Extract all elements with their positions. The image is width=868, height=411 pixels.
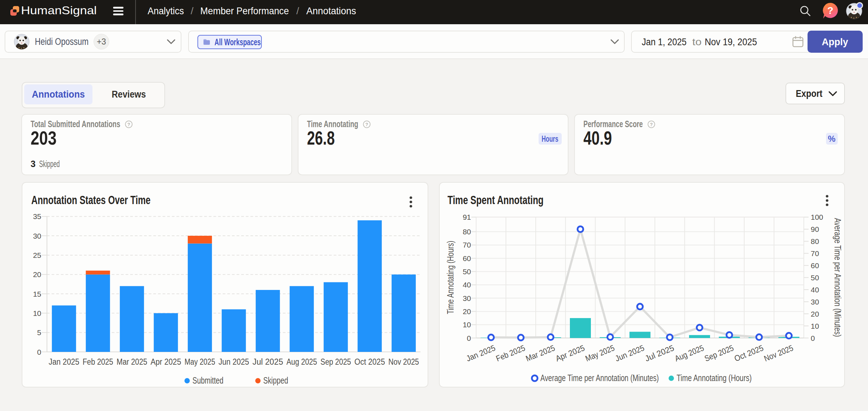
svg-text:26.8: 26.8 bbox=[307, 128, 335, 149]
svg-text:Annotations: Annotations bbox=[32, 89, 85, 100]
svg-text:Export: Export bbox=[796, 88, 822, 99]
svg-text:Analytics: Analytics bbox=[148, 5, 184, 16]
svg-text:/: / bbox=[191, 5, 194, 16]
svg-text:Annotations: Annotations bbox=[306, 5, 356, 16]
svg-text:Hours: Hours bbox=[542, 134, 559, 144]
svg-text:HumanSignal: HumanSignal bbox=[21, 4, 97, 17]
svg-text:203: 203 bbox=[31, 128, 57, 149]
svg-text:Reviews: Reviews bbox=[112, 89, 146, 100]
svg-text:Apply: Apply bbox=[822, 37, 848, 47]
svg-text:Heidi Opossum: Heidi Opossum bbox=[35, 36, 89, 47]
svg-text:Jan 1, 2025: Jan 1, 2025 bbox=[642, 37, 687, 47]
svg-text:/: / bbox=[296, 5, 299, 16]
svg-text:Member Performance: Member Performance bbox=[200, 5, 289, 16]
svg-text:40.9: 40.9 bbox=[583, 128, 612, 149]
svg-text:3: 3 bbox=[31, 159, 36, 169]
svg-text:+3: +3 bbox=[97, 37, 106, 46]
svg-text:Nov 19, 2025: Nov 19, 2025 bbox=[705, 37, 757, 47]
svg-text:to: to bbox=[692, 37, 702, 47]
svg-text:All Workspaces: All Workspaces bbox=[215, 37, 261, 47]
svg-text:Skipped: Skipped bbox=[39, 159, 60, 169]
svg-text:%: % bbox=[828, 134, 835, 144]
